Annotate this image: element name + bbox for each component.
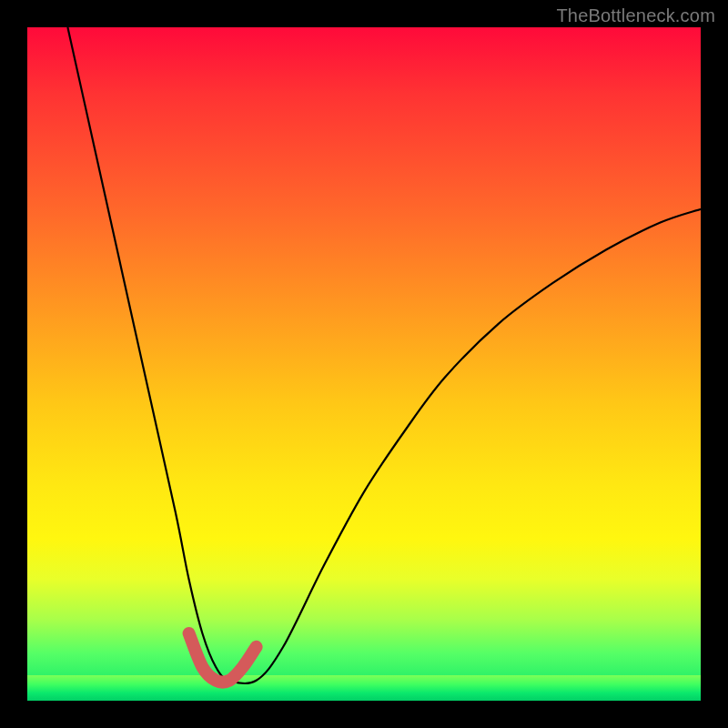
highlight-segment [189,633,257,682]
chart-svg [27,27,701,701]
watermark-text: TheBottleneck.com [556,5,715,26]
main-curve [67,27,701,683]
chart-plot-area [27,27,701,701]
